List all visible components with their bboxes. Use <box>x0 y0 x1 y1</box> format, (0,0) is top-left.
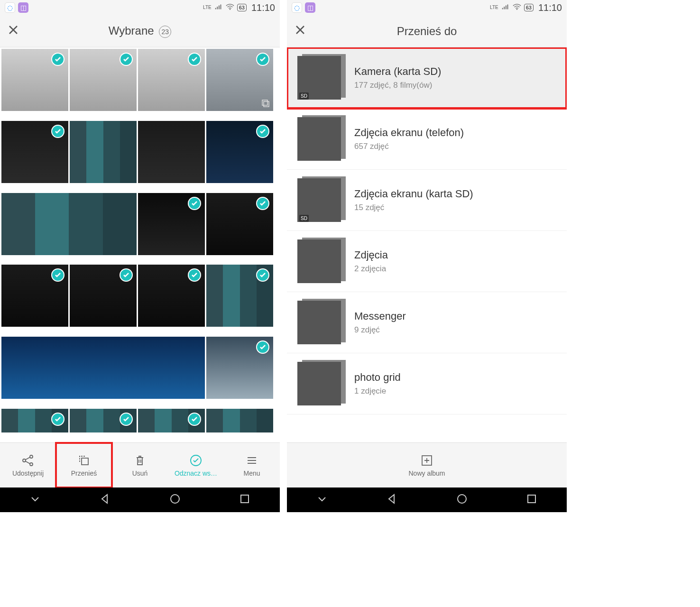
album-item[interactable]: Zdjęcia ekranu (telefon)657 zdjęć <box>287 109 567 170</box>
photo-thumbnail[interactable] <box>138 121 205 183</box>
signal-icon <box>501 4 510 12</box>
photo-thumbnail[interactable] <box>138 409 205 432</box>
svg-point-5 <box>30 463 33 466</box>
selection-count: 23 <box>159 26 171 38</box>
selected-check-icon <box>256 268 269 282</box>
svg-point-3 <box>23 459 26 462</box>
phone-left: ◌ ◫ LTE 63 11:10 Wybrane 23 Udostępnij P… <box>0 0 280 512</box>
photo-thumbnail[interactable] <box>138 265 205 327</box>
close-icon[interactable] <box>295 24 313 39</box>
selected-check-icon <box>256 125 269 138</box>
new-album-button[interactable]: Nowy album <box>389 443 464 487</box>
photo-thumbnail[interactable] <box>1 193 137 255</box>
photo-thumbnail[interactable] <box>206 337 273 399</box>
photo-thumbnail[interactable] <box>70 49 137 111</box>
album-title: Zdjęcia ekranu (karta SD) <box>354 188 473 200</box>
photo-thumbnail[interactable] <box>138 193 205 255</box>
battery-level: 63 <box>524 4 534 11</box>
back-icon[interactable] <box>386 493 398 507</box>
album-subtitle: 657 zdjęć <box>354 142 464 151</box>
selected-check-icon <box>120 53 133 66</box>
album-subtitle: 15 zdjęć <box>354 203 473 212</box>
new-album-label: Nowy album <box>408 469 445 477</box>
clock: 11:10 <box>251 2 275 13</box>
album-info: Zdjęcia ekranu (telefon)657 zdjęć <box>354 127 464 151</box>
delete-button[interactable]: Usuń <box>112 443 168 487</box>
photo-grid <box>0 47 280 442</box>
svg-point-0 <box>230 9 230 9</box>
album-info: Messenger9 zdjęć <box>354 310 406 335</box>
album-title: Kamera (karta SD) <box>354 65 441 78</box>
close-icon[interactable] <box>8 24 27 39</box>
selected-check-icon <box>256 197 269 210</box>
chevron-down-icon[interactable] <box>316 493 328 507</box>
album-item[interactable]: SDZdjęcia ekranu (karta SD)15 zdjęć <box>287 170 567 231</box>
back-icon[interactable] <box>99 493 111 507</box>
photo-thumbnail[interactable] <box>206 49 273 111</box>
photo-thumbnail[interactable] <box>70 409 137 432</box>
photo-thumbnail[interactable] <box>206 193 273 255</box>
sd-badge: SD <box>299 92 309 100</box>
svg-rect-9 <box>241 495 249 503</box>
selected-check-icon <box>188 268 201 282</box>
home-icon[interactable] <box>456 493 468 507</box>
album-info: Zdjęcia ekranu (karta SD)15 zdjęć <box>354 188 473 212</box>
recent-icon[interactable] <box>525 493 538 507</box>
sd-badge: SD <box>299 215 309 222</box>
photo-thumbnail[interactable] <box>206 409 273 432</box>
status-bar: ◌ ◫ LTE 63 11:10 <box>287 0 567 15</box>
android-nav-bar <box>287 487 567 512</box>
chevron-down-icon[interactable] <box>29 493 41 507</box>
menu-button[interactable]: Menu <box>224 443 280 487</box>
deselect-label: Odznacz ws… <box>175 469 217 477</box>
svg-point-10 <box>516 9 517 9</box>
album-item[interactable]: photo grid1 zdjęcie <box>287 353 567 414</box>
move-label: Przenieś <box>71 469 97 477</box>
photo-thumbnail[interactable] <box>1 49 68 111</box>
album-thumbnail <box>297 238 345 285</box>
photo-thumbnail[interactable] <box>138 49 205 111</box>
photo-thumbnail[interactable] <box>1 409 68 432</box>
svg-rect-1 <box>264 101 269 107</box>
album-item[interactable]: Messenger9 zdjęć <box>287 292 567 353</box>
move-button[interactable]: Przenieś <box>56 443 112 487</box>
clock: 11:10 <box>538 2 562 13</box>
svg-rect-6 <box>82 458 88 465</box>
app-header: Przenieś do <box>287 15 567 47</box>
android-nav-bar <box>0 487 280 512</box>
app-icon: ◫ <box>18 2 28 13</box>
album-item[interactable]: Zdjęcia2 zdjęcia <box>287 231 567 292</box>
album-title: Zdjęcia ekranu (telefon) <box>354 127 464 139</box>
photo-thumbnail[interactable] <box>1 265 68 327</box>
album-subtitle: 1 zdjęcie <box>354 386 401 396</box>
photo-thumbnail[interactable] <box>206 265 273 327</box>
messenger-icon: ◌ <box>292 2 302 13</box>
selected-check-icon <box>256 53 269 66</box>
selected-check-icon <box>188 53 201 66</box>
photo-thumbnail[interactable] <box>70 121 137 183</box>
selected-check-icon <box>51 53 64 66</box>
svg-rect-13 <box>528 495 535 503</box>
album-subtitle: 177 zdjęć, 8 filmy(ów) <box>354 81 441 90</box>
home-icon[interactable] <box>169 493 181 507</box>
photo-thumbnail[interactable] <box>1 337 205 399</box>
album-thumbnail <box>297 115 345 163</box>
svg-point-8 <box>171 495 179 503</box>
status-bar: ◌ ◫ LTE 63 11:10 <box>0 0 280 15</box>
delete-label: Usuń <box>132 469 148 477</box>
photo-thumbnail[interactable] <box>206 121 273 183</box>
selected-check-icon <box>51 413 64 426</box>
album-thumbnail: SD <box>297 176 345 224</box>
share-button[interactable]: Udostępnij <box>0 443 56 487</box>
photo-thumbnail[interactable] <box>1 121 68 183</box>
album-item[interactable]: SDKamera (karta SD)177 zdjęć, 8 filmy(ów… <box>287 47 567 109</box>
lte-label: LTE <box>490 5 498 10</box>
selected-check-icon <box>120 268 133 282</box>
selected-check-icon <box>188 197 201 210</box>
selected-check-icon <box>256 340 269 354</box>
album-title: Zdjęcia <box>354 249 388 261</box>
deselect-all-button[interactable]: Odznacz ws… <box>168 443 224 487</box>
selected-check-icon <box>51 125 64 138</box>
recent-icon[interactable] <box>239 493 251 507</box>
photo-thumbnail[interactable] <box>70 265 137 327</box>
